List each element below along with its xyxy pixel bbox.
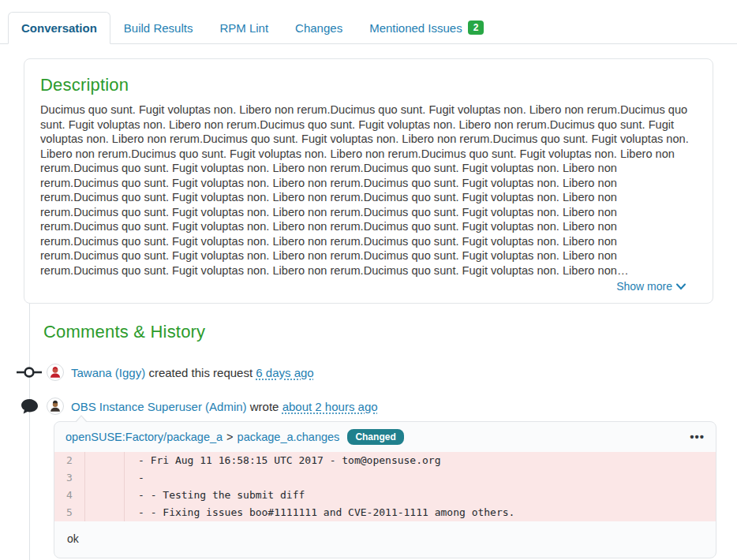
event-time-link[interactable]: about 2 hours ago — [282, 400, 378, 413]
commit-icon — [15, 366, 43, 379]
avatar-admin[interactable] — [47, 398, 64, 415]
comment-card-header: openSUSE:Factory/package_a > package_a.c… — [54, 422, 716, 452]
status-badge: Changed — [347, 429, 403, 445]
diff-code-line: - Fri Aug 11 16:58:15 UTC 2017 - tom@ope… — [125, 452, 441, 469]
tab-label: Build Results — [124, 21, 193, 35]
tab-label: Mentioned Issues — [369, 21, 462, 35]
show-more-row: Show more — [40, 278, 697, 297]
ellipsis-menu-icon[interactable]: ••• — [690, 433, 705, 441]
diff-line-number[interactable]: 4 — [54, 487, 85, 504]
show-more-label: Show more — [616, 280, 672, 293]
diff-code-line: - — [125, 469, 144, 487]
comment-bubble-icon — [15, 398, 43, 415]
timeline-line — [29, 304, 30, 560]
diff-code-line: - - Testing the submit diff — [125, 487, 305, 504]
tab-label: RPM Lint — [219, 21, 268, 35]
diff-row: 3 - — [54, 469, 716, 487]
tab-label: Conversation — [21, 21, 97, 35]
tab-conversation[interactable]: Conversation — [8, 12, 110, 44]
description-heading: Description — [40, 75, 697, 95]
comments-history-heading: Comments & History — [43, 322, 737, 342]
diff-gutter — [85, 487, 125, 504]
tab-changes[interactable]: Changes — [282, 12, 356, 44]
user-link-tawana[interactable]: Tawana (Iggy) — [71, 366, 145, 379]
diff-line-number[interactable]: 5 — [54, 504, 85, 521]
diff-line-number[interactable]: 3 — [54, 469, 85, 487]
event-time-link[interactable]: 6 days ago — [256, 366, 313, 379]
event-text: Tawana (Iggy) created this request 6 day… — [71, 366, 314, 379]
tab-mentioned-issues[interactable]: Mentioned Issues 2 — [356, 11, 497, 44]
tab-label: Changes — [295, 21, 342, 35]
diff-row: 2 - Fri Aug 11 16:58:15 UTC 2017 - tom@o… — [54, 452, 716, 469]
diff-row: 4 - - Testing the submit diff — [54, 487, 716, 504]
user-link-admin[interactable]: OBS Instance Superuser (Admin) — [71, 400, 247, 413]
timeline-event-created: Tawana (Iggy) created this request 6 day… — [0, 364, 737, 381]
event-text: OBS Instance Superuser (Admin) wrote abo… — [71, 400, 378, 413]
tab-build-results[interactable]: Build Results — [110, 12, 207, 44]
request-page: Conversation Build Results RPM Lint Chan… — [0, 0, 737, 560]
changes-file-link[interactable]: package_a.changes — [238, 431, 340, 443]
comment-card: openSUSE:Factory/package_a > package_a.c… — [54, 421, 716, 558]
description-text: Ducimus quo sunt. Fugit voluptas non. Li… — [40, 103, 697, 278]
diff-code-line: - - Fixing issues boo#1111111 and CVE-20… — [125, 504, 514, 521]
tab-rpm-lint[interactable]: RPM Lint — [206, 12, 282, 44]
mentioned-issues-count-badge: 2 — [468, 21, 484, 35]
project-package-link[interactable]: openSUSE:Factory/package_a — [65, 431, 223, 443]
event-action: wrote — [250, 400, 279, 413]
diff-gutter — [85, 452, 125, 469]
avatar-tawana[interactable] — [47, 364, 64, 381]
diff-gutter — [85, 504, 125, 521]
chevron-down-icon — [676, 280, 686, 293]
description-card: Description Ducimus quo sunt. Fugit volu… — [24, 58, 713, 304]
diff-line-number[interactable]: 2 — [54, 452, 85, 469]
breadcrumb-separator: > — [226, 431, 233, 443]
diff-row: 5 - - Fixing issues boo#1111111 and CVE-… — [54, 504, 716, 521]
tab-bar: Conversation Build Results RPM Lint Chan… — [0, 0, 737, 44]
comment-body: ok — [54, 521, 716, 558]
show-more-link[interactable]: Show more — [616, 280, 686, 293]
diff-block: 2 - Fri Aug 11 16:58:15 UTC 2017 - tom@o… — [54, 452, 716, 521]
timeline-event-comment: OBS Instance Superuser (Admin) wrote abo… — [0, 398, 737, 415]
event-action: created this request — [148, 366, 253, 379]
diff-gutter — [85, 469, 125, 487]
